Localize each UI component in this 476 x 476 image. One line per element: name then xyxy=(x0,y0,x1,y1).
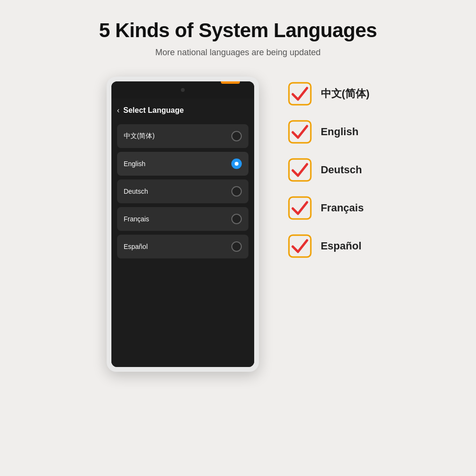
radio-circle xyxy=(231,186,242,197)
tablet-device: ‹ Select Language 中文(简体)EnglishDeutschFr… xyxy=(107,77,259,372)
checkbox-icon xyxy=(288,158,312,182)
language-item[interactable]: Français xyxy=(117,207,248,231)
tablet-screen: ‹ Select Language 中文(简体)EnglishDeutschFr… xyxy=(111,99,254,367)
checkbox-icon xyxy=(288,196,312,220)
language-item[interactable]: English xyxy=(117,152,248,176)
radio-circle xyxy=(231,131,242,141)
tablet-camera xyxy=(181,88,185,92)
language-item[interactable]: 中文(简体) xyxy=(117,124,248,148)
main-content: ‹ Select Language 中文(简体)EnglishDeutschFr… xyxy=(14,77,462,372)
feature-language-item: English xyxy=(288,119,370,144)
radio-circle xyxy=(231,214,242,224)
feature-label: Français xyxy=(321,202,364,214)
language-name: Français xyxy=(124,215,149,223)
language-name: Español xyxy=(124,243,148,250)
screen-header: ‹ Select Language xyxy=(117,106,248,115)
feature-language-item: Español xyxy=(288,234,370,258)
back-arrow-icon[interactable]: ‹ xyxy=(117,106,119,115)
screen-title: Select Language xyxy=(123,106,184,115)
tablet-orange-bar xyxy=(221,81,240,84)
feature-label: Deutsch xyxy=(321,164,362,176)
feature-language-item: Deutsch xyxy=(288,158,370,182)
feature-label: English xyxy=(321,126,358,138)
feature-language-item: 中文(简体) xyxy=(288,81,370,106)
language-name: 中文(简体) xyxy=(124,132,155,140)
radio-circle xyxy=(231,159,242,169)
page-subtitle: More national languages are being update… xyxy=(155,48,320,58)
language-list: 中文(简体)EnglishDeutschFrançaisEspañol xyxy=(117,124,248,258)
feature-label: Español xyxy=(321,240,362,252)
feature-language-list: 中文(简体)EnglishDeutschFrançaisEspañol xyxy=(288,77,370,258)
checkbox-icon xyxy=(288,81,312,106)
tablet-screen-area: ‹ Select Language 中文(简体)EnglishDeutschFr… xyxy=(111,81,254,367)
checkbox-icon xyxy=(288,234,312,258)
feature-label: 中文(简体) xyxy=(321,87,370,101)
tablet-wrapper: ‹ Select Language 中文(简体)EnglishDeutschFr… xyxy=(107,77,259,372)
checkbox-icon xyxy=(288,119,312,144)
language-item[interactable]: Español xyxy=(117,235,248,258)
tablet-topbar xyxy=(111,81,254,99)
feature-language-item: Français xyxy=(288,196,370,220)
language-name: English xyxy=(124,160,146,168)
radio-circle xyxy=(231,241,242,252)
language-name: Deutsch xyxy=(124,188,148,195)
language-item[interactable]: Deutsch xyxy=(117,179,248,203)
page-title: 5 Kinds of System Languages xyxy=(99,19,377,42)
